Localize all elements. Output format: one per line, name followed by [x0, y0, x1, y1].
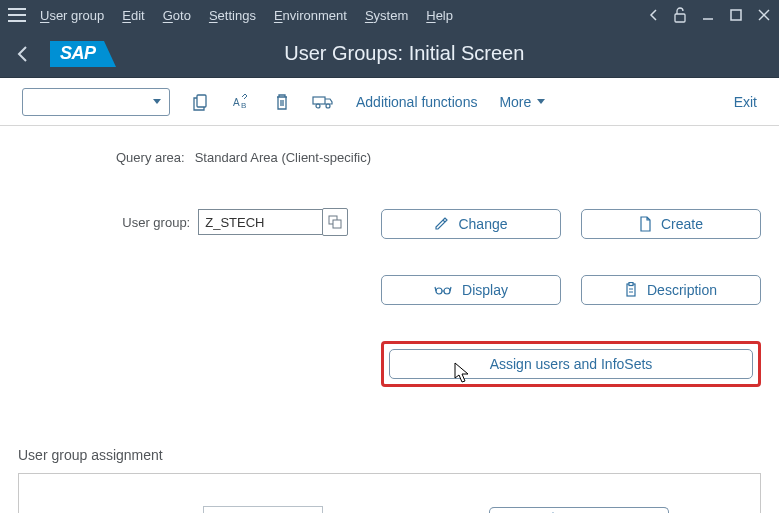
menu-goto[interactable]: Goto [163, 8, 191, 23]
rename-icon[interactable]: AB [232, 93, 252, 111]
description-button[interactable]: Description [581, 275, 761, 305]
display-label: Display [462, 282, 508, 298]
svg-point-13 [436, 288, 442, 294]
transport-icon[interactable] [312, 94, 334, 110]
svg-rect-8 [313, 97, 325, 104]
maximize-icon[interactable] [729, 8, 743, 22]
svg-rect-12 [333, 220, 341, 228]
additional-functions-button[interactable]: Additional functions [356, 94, 477, 110]
unlock-icon[interactable] [673, 7, 687, 23]
svg-rect-2 [731, 10, 741, 20]
application-toolbar: AB Additional functions More Exit [0, 78, 779, 126]
highlighted-frame: Assign users and InfoSets [381, 341, 761, 387]
menu-environment[interactable]: Environment [274, 8, 347, 23]
close-icon[interactable] [757, 8, 771, 22]
assignment-change-button[interactable]: Change [489, 507, 669, 514]
menu-items: User group Edit Goto Settings Environmen… [40, 8, 649, 23]
change-label: Change [458, 216, 507, 232]
system-icons [649, 7, 771, 23]
clipboard-icon [625, 282, 637, 298]
chevron-down-icon [153, 99, 161, 104]
glasses-icon [434, 284, 452, 296]
user-group-row: User group: Change Create Display [18, 209, 761, 387]
more-label: More [499, 94, 531, 110]
user-group-input-wrap [198, 209, 345, 235]
hamburger-menu-icon[interactable] [8, 6, 26, 24]
display-button[interactable]: Display [381, 275, 561, 305]
pencil-icon [434, 217, 448, 231]
description-label: Description [647, 282, 717, 298]
menu-system[interactable]: System [365, 8, 408, 23]
action-buttons: Change Create Display Description Assign… [381, 209, 761, 387]
svg-rect-0 [675, 14, 685, 22]
query-area-row: Query area: Standard Area (Client-specif… [116, 150, 761, 165]
user-group-input[interactable] [198, 209, 324, 235]
query-area-label: Query area: [116, 150, 185, 165]
assignment-panel: User: Change [18, 473, 761, 513]
svg-rect-5 [197, 95, 206, 107]
menu-bar: User group Edit Goto Settings Environmen… [0, 0, 779, 30]
back-button[interactable] [12, 43, 34, 65]
svg-rect-16 [629, 283, 633, 286]
chevron-left-icon[interactable] [649, 9, 659, 21]
exit-button[interactable]: Exit [734, 94, 757, 110]
svg-point-9 [316, 104, 320, 108]
create-button[interactable]: Create [581, 209, 761, 239]
assign-users-infosets-button[interactable]: Assign users and InfoSets [389, 349, 753, 379]
create-label: Create [661, 216, 703, 232]
more-button[interactable]: More [499, 94, 545, 110]
svg-text:B: B [241, 101, 246, 110]
menu-edit[interactable]: Edit [122, 8, 144, 23]
chevron-down-icon [537, 99, 545, 104]
menu-settings[interactable]: Settings [209, 8, 256, 23]
page-title: User Groups: Initial Screen [122, 42, 767, 65]
document-icon [639, 216, 651, 232]
trash-icon[interactable] [274, 93, 290, 111]
assignment-section-title: User group assignment [18, 447, 761, 463]
sap-logo: SAP [50, 41, 104, 67]
title-bar: SAP User Groups: Initial Screen [0, 30, 779, 78]
svg-point-14 [444, 288, 450, 294]
change-button[interactable]: Change [381, 209, 561, 239]
menu-user-group[interactable]: User group [40, 8, 104, 23]
user-group-label: User group: [18, 209, 198, 230]
menu-help[interactable]: Help [426, 8, 453, 23]
svg-text:A: A [233, 97, 240, 108]
command-field[interactable] [22, 88, 170, 116]
copy-icon[interactable] [192, 92, 210, 112]
query-area-value: Standard Area (Client-specific) [195, 150, 371, 165]
assignment-user-input[interactable] [203, 506, 323, 514]
content-area: Query area: Standard Area (Client-specif… [0, 126, 779, 513]
svg-point-10 [326, 104, 330, 108]
minimize-icon[interactable] [701, 8, 715, 22]
value-help-button[interactable] [322, 208, 348, 236]
